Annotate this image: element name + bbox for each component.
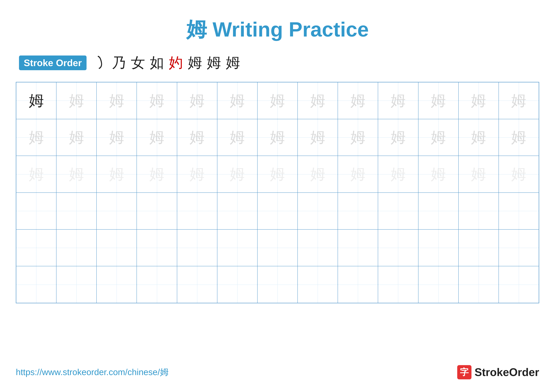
grid-cell[interactable] — [217, 266, 257, 303]
stroke-order-row: Stroke Order ㇁ 乃 女 如 妁 姆 姆 姆 — [16, 53, 539, 72]
grid-cell[interactable]: 姆 — [378, 156, 418, 192]
grid-cell[interactable] — [257, 192, 298, 229]
grid-cell[interactable] — [298, 192, 338, 229]
grid-cell[interactable] — [338, 266, 378, 303]
title-rest: Writing Practice — [207, 18, 369, 41]
grid-cell[interactable] — [217, 192, 257, 229]
footer-url: https://www.strokeorder.com/chinese/姆 — [16, 366, 169, 378]
grid-cell[interactable]: 姆 — [418, 156, 459, 192]
logo-icon: 字 — [457, 365, 471, 379]
grid-cell[interactable] — [177, 229, 217, 266]
grid-cell[interactable]: 姆 — [338, 82, 378, 119]
grid-cell[interactable]: 姆 — [16, 82, 56, 119]
grid-cell[interactable] — [499, 192, 539, 229]
grid-cell[interactable]: 姆 — [298, 119, 338, 156]
logo-text: StrokeOrder — [475, 366, 539, 378]
grid-cell[interactable] — [56, 192, 96, 229]
grid-cell[interactable] — [96, 266, 137, 303]
grid-cell[interactable]: 姆 — [499, 156, 539, 192]
footer: https://www.strokeorder.com/chinese/姆 字 … — [16, 365, 539, 379]
grid-cell[interactable]: 姆 — [217, 82, 257, 119]
page-title: 姆 Writing Practice — [16, 16, 539, 44]
grid-cell[interactable] — [418, 266, 459, 303]
grid-cell[interactable] — [96, 192, 137, 229]
grid-cell[interactable] — [177, 266, 217, 303]
grid-cell[interactable] — [137, 266, 177, 303]
grid-cell[interactable]: 姆 — [257, 82, 298, 119]
stroke-7: 姆 — [207, 53, 221, 72]
grid-cell[interactable] — [56, 266, 96, 303]
grid-cell[interactable]: 姆 — [418, 119, 459, 156]
grid-cell[interactable]: 姆 — [298, 156, 338, 192]
stroke-1: ㇁ — [93, 53, 107, 72]
grid-cell[interactable] — [378, 229, 418, 266]
grid-cell[interactable] — [499, 266, 539, 303]
grid-cell[interactable]: 姆 — [298, 82, 338, 119]
grid-cell[interactable] — [459, 266, 499, 303]
grid-cell[interactable]: 姆 — [137, 119, 177, 156]
grid-cell[interactable] — [499, 229, 539, 266]
grid-cell[interactable]: 姆 — [96, 156, 137, 192]
grid-cell[interactable]: 姆 — [378, 119, 418, 156]
grid-cell[interactable] — [137, 229, 177, 266]
grid-cell[interactable]: 姆 — [56, 156, 96, 192]
grid-cell[interactable]: 姆 — [56, 82, 96, 119]
footer-logo: 字 StrokeOrder — [457, 365, 539, 379]
grid-cell[interactable]: 姆 — [16, 156, 56, 192]
grid-cell[interactable] — [257, 266, 298, 303]
grid-cell[interactable] — [16, 192, 56, 229]
grid-cell[interactable] — [338, 229, 378, 266]
grid-cell[interactable]: 姆 — [177, 82, 217, 119]
grid-cell[interactable] — [378, 192, 418, 229]
grid-cell[interactable] — [418, 192, 459, 229]
title-chinese: 姆 — [186, 18, 207, 41]
page: 姆 Writing Practice Stroke Order ㇁ 乃 女 如 … — [0, 0, 555, 392]
grid-cell[interactable]: 姆 — [217, 156, 257, 192]
grid-cell[interactable]: 姆 — [459, 156, 499, 192]
grid-cell[interactable] — [298, 229, 338, 266]
grid-cell[interactable]: 姆 — [418, 82, 459, 119]
grid-cell[interactable] — [338, 192, 378, 229]
grid-cell[interactable]: 姆 — [378, 82, 418, 119]
stroke-8: 姆 — [226, 53, 240, 72]
grid-cell[interactable] — [459, 192, 499, 229]
grid-cell[interactable]: 姆 — [217, 119, 257, 156]
grid-cell[interactable]: 姆 — [177, 119, 217, 156]
grid-cell[interactable] — [16, 229, 56, 266]
grid-cell[interactable] — [298, 266, 338, 303]
grid-cell[interactable] — [137, 192, 177, 229]
grid-cell[interactable]: 姆 — [137, 82, 177, 119]
grid-cell[interactable]: 姆 — [137, 156, 177, 192]
grid-cell[interactable] — [459, 229, 499, 266]
stroke-5: 妁 — [169, 53, 183, 72]
grid-cell[interactable]: 姆 — [257, 156, 298, 192]
grid-cell[interactable]: 姆 — [257, 119, 298, 156]
stroke-3: 女 — [131, 53, 145, 72]
grid-cell[interactable] — [56, 229, 96, 266]
stroke-4: 如 — [150, 53, 164, 72]
stroke-chars: ㇁ 乃 女 如 妁 姆 姆 姆 — [93, 53, 240, 72]
grid-cell[interactable]: 姆 — [338, 119, 378, 156]
grid-cell[interactable]: 姆 — [459, 119, 499, 156]
grid-cell[interactable]: 姆 — [499, 119, 539, 156]
grid-cell[interactable] — [16, 266, 56, 303]
grid-cell[interactable]: 姆 — [16, 119, 56, 156]
grid-cell[interactable]: 姆 — [177, 156, 217, 192]
grid-cell[interactable]: 姆 — [96, 82, 137, 119]
grid-cell[interactable] — [177, 192, 217, 229]
stroke-order-badge: Stroke Order — [19, 56, 87, 70]
grid-cell[interactable]: 姆 — [96, 119, 137, 156]
stroke-2: 乃 — [112, 53, 126, 72]
grid-cell[interactable]: 姆 — [499, 82, 539, 119]
grid-cell[interactable] — [257, 229, 298, 266]
grid-cell[interactable] — [378, 266, 418, 303]
grid-cell[interactable]: 姆 — [56, 119, 96, 156]
stroke-6: 姆 — [188, 53, 202, 72]
grid-cell[interactable]: 姆 — [459, 82, 499, 119]
practice-grid: 姆姆姆姆姆姆姆姆姆姆姆姆姆姆姆姆姆姆姆姆姆姆姆姆姆姆姆姆姆姆姆姆姆姆姆姆姆姆姆 — [16, 82, 539, 303]
grid-cell[interactable] — [217, 229, 257, 266]
grid-cell[interactable] — [418, 229, 459, 266]
grid-cell[interactable]: 姆 — [338, 156, 378, 192]
grid-cell[interactable] — [96, 229, 137, 266]
